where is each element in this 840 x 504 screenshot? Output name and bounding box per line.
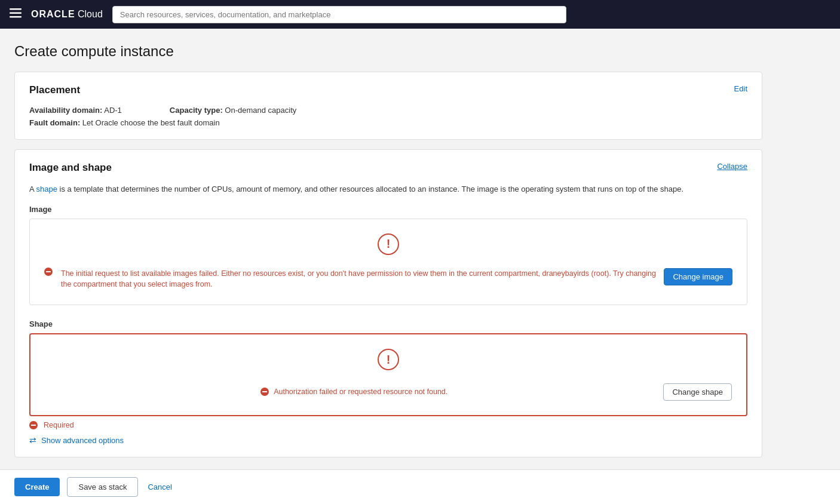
shape-label: Shape — [29, 319, 747, 328]
no-entry-icon-image — [44, 268, 53, 276]
shape-box-inner: Authorization failed or requested resour… — [45, 383, 732, 401]
hamburger-menu-icon[interactable] — [10, 8, 22, 21]
shape-link[interactable]: shape — [36, 185, 57, 193]
show-advanced-options[interactable]: ⇄ Show advanced options — [29, 435, 747, 445]
image-exclamation-icon: ! — [378, 233, 399, 255]
placement-card: Placement Edit Availability domain: AD-1… — [14, 72, 762, 140]
placement-edit-link[interactable]: Edit — [734, 84, 747, 93]
show-advanced-label: Show advanced options — [41, 436, 124, 445]
section-description: A shape is a template that determines th… — [29, 183, 747, 195]
image-error-icon-container: ! — [44, 233, 732, 262]
sliders-icon: ⇄ — [29, 435, 36, 445]
search-input[interactable] — [112, 6, 566, 23]
shape-error-icon-container: ! — [45, 349, 732, 377]
create-button[interactable]: Create — [14, 478, 60, 496]
cancel-button[interactable]: Cancel — [145, 478, 174, 496]
placement-info-row: Availability domain: AD-1 Capacity type:… — [29, 106, 747, 115]
collapse-link[interactable]: Collapse — [717, 162, 747, 171]
image-shape-title: Image and shape — [29, 162, 112, 174]
fault-domain-item: Fault domain: Let Oracle choose the best… — [29, 118, 747, 127]
fault-domain-value: Let Oracle choose the best fault domain — [82, 118, 220, 127]
fault-domain-label: Fault domain: — [29, 118, 80, 127]
search-bar[interactable] — [112, 6, 566, 23]
desc-suffix: is a template that determines the number… — [57, 185, 683, 193]
image-shape-card: Image and shape Collapse A shape is a te… — [14, 149, 762, 457]
image-shape-card-header: Image and shape Collapse — [29, 162, 747, 174]
change-shape-button[interactable]: Change shape — [663, 383, 732, 401]
oracle-logo: ORACLE Cloud — [31, 9, 103, 20]
svg-rect-2 — [10, 16, 22, 18]
required-error-icon — [29, 421, 38, 429]
availability-domain-label: Availability domain: — [29, 106, 102, 115]
shape-error-text: Authorization failed or requested resour… — [274, 386, 447, 398]
page-title: Create compute instance — [14, 43, 762, 60]
desc-prefix: A — [29, 185, 36, 193]
required-error: Required — [29, 421, 747, 429]
availability-domain-value: AD-1 — [104, 106, 122, 115]
shape-box: ! Authorization failed or requested reso… — [29, 333, 747, 416]
image-error-text: The initial request to list available im… — [61, 268, 664, 291]
main-content: Create compute instance Placement Edit A… — [0, 29, 777, 504]
change-image-button[interactable]: Change image — [664, 268, 732, 285]
image-box: ! The initial request to list available … — [29, 219, 747, 306]
top-navigation: ORACLE Cloud — [0, 0, 840, 29]
placement-card-header: Placement Edit — [29, 84, 747, 96]
save-as-stack-button[interactable]: Save as stack — [67, 477, 138, 497]
capacity-type-value: On-demand capacity — [225, 106, 296, 115]
availability-domain-item: Availability domain: AD-1 — [29, 106, 122, 115]
shape-error-row: Authorization failed or requested resour… — [260, 386, 447, 398]
bottom-bar: Create Save as stack Cancel — [0, 469, 840, 504]
svg-rect-0 — [10, 8, 22, 10]
shape-error-content: Authorization failed or requested resour… — [45, 386, 663, 398]
placement-title: Placement — [29, 84, 80, 96]
shape-exclamation-icon: ! — [378, 349, 399, 370]
image-error-area: The initial request to list available im… — [44, 268, 664, 291]
no-entry-icon-shape — [260, 388, 269, 396]
capacity-type-label: Capacity type: — [170, 106, 223, 115]
image-box-inner: The initial request to list available im… — [44, 268, 732, 291]
image-label: Image — [29, 205, 747, 214]
capacity-type-item: Capacity type: On-demand capacity — [170, 106, 296, 115]
svg-rect-1 — [10, 12, 22, 14]
required-error-text: Required — [44, 421, 74, 429]
